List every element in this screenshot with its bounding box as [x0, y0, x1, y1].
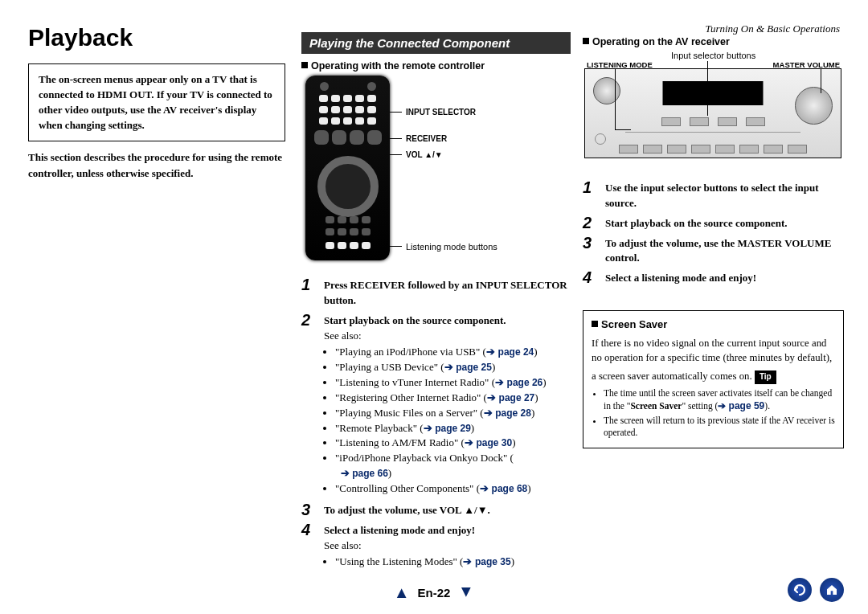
page-link[interactable]: page 68 — [492, 483, 528, 494]
col-middle: Playing the Connected Component Operatin… — [301, 32, 571, 575]
callout-listening-mode: Listening mode buttons — [406, 242, 497, 252]
av-diagram: Input selector buttons LISTENING MODE MA… — [583, 51, 844, 179]
step-4: 4 Select a listening mode and enjoy! See… — [301, 522, 571, 572]
page-link[interactable]: page 35 — [475, 556, 511, 567]
footer: ▲ En-22 ▲ — [0, 583, 868, 602]
page-link[interactable]: page 27 — [499, 392, 535, 403]
page-link[interactable]: page 24 — [498, 346, 534, 358]
page-link[interactable]: page 28 — [495, 407, 531, 419]
page-link[interactable]: page 29 — [435, 423, 471, 434]
remote-diagram: INPUT SELECTOR RECEIVER VOL ▲/▼ Listenin… — [301, 76, 571, 276]
av-step-4: 4 Select a listening mode and enjoy! — [583, 269, 844, 286]
tip-label: Tip — [755, 370, 776, 384]
page-link[interactable]: page 30 — [476, 437, 512, 448]
av-step-2: 2 Start playback on the source component… — [583, 215, 844, 231]
next-page-icon[interactable]: ▲ — [458, 583, 474, 602]
step-3: 3 To adjust the volume, use VOL ▲/▼. — [301, 501, 571, 518]
av-callout-input: Input selector buttons — [671, 51, 755, 60]
col-right: Operating on the AV receiver Input selec… — [583, 36, 844, 448]
screensaver-box: Screen Saver If there is no video signal… — [583, 310, 844, 448]
page-title: Playback — [28, 24, 285, 51]
av-step-1: 1 Use the input selector buttons to sele… — [583, 179, 844, 211]
home-button[interactable] — [820, 578, 844, 602]
page-number: En-22 — [418, 586, 451, 600]
col-left: Playback The on-screen menus appear only… — [28, 24, 285, 181]
step-2: 2 Start playback on the source component… — [301, 312, 571, 498]
page-link[interactable]: page 66 — [352, 468, 388, 479]
subhead-av: Operating on the AV receiver — [583, 36, 844, 47]
page-link[interactable]: page 59 — [729, 400, 765, 411]
remote-body — [305, 76, 390, 260]
notice-box-2: This section describes the procedure for… — [28, 149, 285, 181]
av-step-3: 3 To adjust the volume, use the MASTER V… — [583, 235, 844, 267]
callout-receiver: RECEIVER — [406, 134, 447, 143]
page-link[interactable]: page 25 — [456, 362, 492, 373]
subhead-remote: Operating with the remote controller — [301, 60, 571, 72]
callout-vol: VOL ▲/▼ — [406, 150, 443, 159]
section-header: Playing the Connected Component — [301, 32, 571, 54]
back-button[interactable] — [788, 578, 812, 602]
callout-input-selector: INPUT SELECTOR — [406, 108, 476, 117]
breadcrumb: Turning On & Basic Operations — [705, 23, 840, 35]
prev-page-icon[interactable]: ▲ — [394, 583, 410, 602]
step-1: 1 Press RECEIVER followed by an INPUT SE… — [301, 276, 571, 309]
page-link[interactable]: page 26 — [507, 377, 543, 388]
notice-box-1: The on-screen menus appear only on a TV … — [28, 63, 285, 141]
